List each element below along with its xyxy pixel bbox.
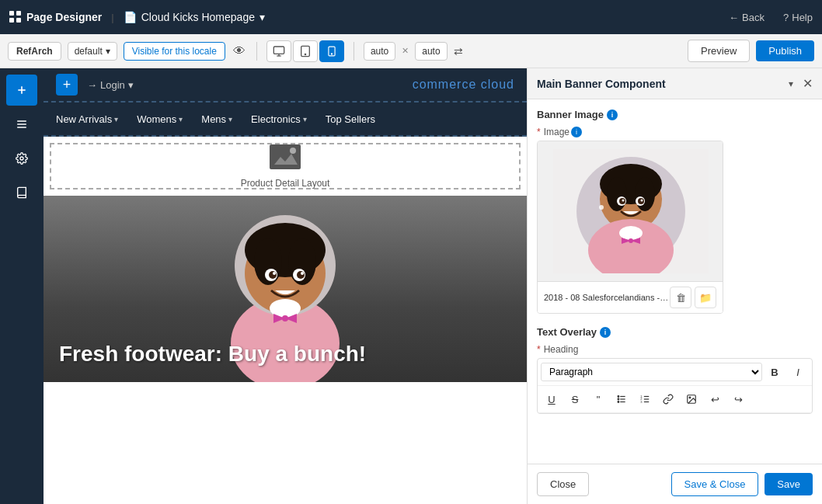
nav-item-new-arrivals[interactable]: New Arrivals ▾ bbox=[56, 113, 118, 125]
svg-point-27 bbox=[269, 271, 277, 279]
hero-area: Fresh footwear: Buy a bunch! bbox=[44, 196, 527, 382]
rte-toolbar-row: U S " 123 bbox=[538, 386, 812, 413]
svg-point-48 bbox=[599, 205, 604, 210]
default-chevron-icon: ▾ bbox=[106, 46, 110, 57]
close-button[interactable]: Close bbox=[537, 472, 589, 496]
rte-redo-button[interactable]: ↪ bbox=[727, 389, 749, 409]
svg-point-36 bbox=[635, 177, 655, 211]
auto-value-1: auto bbox=[371, 46, 388, 57]
rte-image-button[interactable] bbox=[681, 389, 702, 409]
panel-footer: Close Save & Close Save bbox=[528, 464, 822, 504]
rte-paragraph-select[interactable]: Paragraph bbox=[541, 363, 762, 381]
svg-point-30 bbox=[301, 272, 304, 275]
sidebar-gear-button[interactable] bbox=[6, 143, 37, 174]
svg-point-28 bbox=[297, 271, 305, 279]
swap-button[interactable]: ⇄ bbox=[454, 45, 463, 57]
preview-button[interactable]: Preview bbox=[688, 40, 750, 62]
publish-button[interactable]: Publish bbox=[756, 40, 814, 61]
nav-chevron-icon-3: ▾ bbox=[228, 115, 232, 123]
panel-body: Banner Image i * Image i bbox=[528, 99, 822, 464]
text-overlay-info-icon[interactable]: i bbox=[600, 327, 611, 338]
nav-item-mens[interactable]: Mens ▾ bbox=[201, 113, 232, 125]
page-tab[interactable]: 📄 Cloud Kicks Homepage ▾ bbox=[124, 11, 265, 23]
rte-undo-button[interactable]: ↩ bbox=[704, 389, 726, 409]
eye-icon-button[interactable]: 👁 bbox=[232, 43, 247, 60]
svg-point-41 bbox=[629, 238, 633, 243]
svg-point-53 bbox=[618, 398, 619, 400]
help-button[interactable]: ? Help bbox=[783, 12, 813, 23]
rte-ul-button[interactable] bbox=[611, 389, 632, 409]
nav-item-womens[interactable]: Womens ▾ bbox=[137, 113, 183, 125]
canvas-area: + → Login ▾ commerce cloud New Arrivals … bbox=[44, 68, 527, 504]
image-actions: 🗑 📁 bbox=[670, 287, 716, 308]
help-label: Help bbox=[792, 12, 813, 23]
rich-text-editor: Paragraph B I U S " 123 bbox=[537, 358, 813, 414]
nav-item-top-sellers[interactable]: Top Sellers bbox=[326, 113, 375, 125]
login-chevron-icon: ▾ bbox=[128, 79, 134, 91]
toolbar-separator bbox=[256, 42, 257, 61]
help-question-icon: ? bbox=[783, 12, 789, 23]
rte-quote-button[interactable]: " bbox=[587, 389, 609, 409]
svg-point-62 bbox=[689, 397, 691, 398]
auto-value-2: auto bbox=[422, 46, 440, 57]
auto-close-icon[interactable]: ✕ bbox=[402, 46, 409, 56]
toolbar-separator-2 bbox=[354, 42, 354, 61]
mobile-button[interactable] bbox=[319, 40, 344, 62]
svg-rect-13 bbox=[270, 144, 301, 169]
top-bar: Page Designer | 📄 Cloud Kicks Homepage ▾… bbox=[0, 0, 822, 34]
banner-image-section: Banner Image i * Image i bbox=[537, 109, 813, 314]
sidebar-add-button[interactable] bbox=[6, 75, 37, 106]
page-canvas: + → Login ▾ commerce cloud New Arrivals … bbox=[44, 68, 527, 504]
product-detail-banner: Product Detail Layout bbox=[50, 143, 521, 189]
rte-format-row: Paragraph B I bbox=[538, 359, 812, 386]
svg-rect-10 bbox=[17, 123, 26, 124]
back-button[interactable]: ← Back bbox=[729, 12, 765, 23]
tablet-button[interactable] bbox=[293, 40, 318, 62]
rte-bold-button[interactable]: B bbox=[764, 362, 785, 382]
image-info-icon[interactable]: i bbox=[571, 127, 582, 137]
visible-locale-button[interactable]: Visible for this locale bbox=[124, 42, 225, 61]
refarch-button[interactable]: RefArch bbox=[8, 42, 61, 61]
nav-chevron-icon: ▾ bbox=[114, 115, 118, 123]
page-icon: 📄 bbox=[124, 11, 137, 23]
rte-ol-button[interactable]: 123 bbox=[634, 389, 656, 409]
banner-info-icon[interactable]: i bbox=[607, 109, 618, 120]
login-label: Login bbox=[100, 79, 125, 91]
login-arrow-icon: → bbox=[87, 79, 97, 91]
browse-image-button[interactable]: 📁 bbox=[695, 287, 716, 308]
rte-strike-button[interactable]: S bbox=[564, 389, 586, 409]
default-dropdown[interactable]: default ▾ bbox=[68, 42, 117, 61]
svg-rect-0 bbox=[273, 47, 284, 54]
svg-point-47 bbox=[641, 200, 643, 202]
canvas-header: + → Login ▾ commerce cloud bbox=[44, 68, 527, 103]
svg-rect-11 bbox=[17, 127, 26, 127]
svg-point-52 bbox=[618, 396, 619, 398]
save-button[interactable]: Save bbox=[765, 473, 813, 495]
svg-point-46 bbox=[622, 200, 625, 202]
rte-italic-button[interactable]: I bbox=[787, 362, 809, 382]
svg-point-29 bbox=[273, 272, 276, 275]
canvas-plus-button[interactable]: + bbox=[56, 74, 78, 96]
sidebar-list-button[interactable] bbox=[6, 109, 37, 140]
rte-underline-button[interactable]: U bbox=[541, 389, 563, 409]
panel-close-button[interactable]: ✕ bbox=[803, 76, 813, 91]
rte-link-button[interactable] bbox=[657, 389, 679, 409]
svg-point-54 bbox=[618, 401, 619, 403]
svg-point-35 bbox=[607, 177, 627, 211]
nav-item-electronics[interactable]: Electronics ▾ bbox=[251, 113, 307, 125]
heading-required-star: * bbox=[537, 344, 541, 355]
image-preview[interactable] bbox=[538, 141, 723, 281]
panel-chevron-icon[interactable]: ▾ bbox=[789, 78, 793, 89]
sidebar-book-button[interactable] bbox=[6, 177, 37, 208]
desktop-button[interactable] bbox=[266, 40, 291, 62]
panel-title: Main Banner Component bbox=[537, 78, 666, 90]
save-close-button[interactable]: Save & Close bbox=[671, 472, 759, 496]
text-overlay-section: Text Overlay i * Heading Paragraph B I bbox=[537, 326, 813, 414]
app-logo: Page Designer bbox=[9, 11, 102, 23]
svg-text:3: 3 bbox=[640, 400, 643, 404]
auto-input-1: auto bbox=[364, 42, 395, 61]
right-panel: Main Banner Component ▾ ✕ Banner Image i… bbox=[527, 68, 822, 504]
delete-image-button[interactable]: 🗑 bbox=[670, 287, 691, 308]
svg-point-4 bbox=[305, 54, 305, 54]
image-preview-footer: 2018 - 08 Salesforcelandians - Cl... 🗑 📁 bbox=[538, 281, 723, 313]
